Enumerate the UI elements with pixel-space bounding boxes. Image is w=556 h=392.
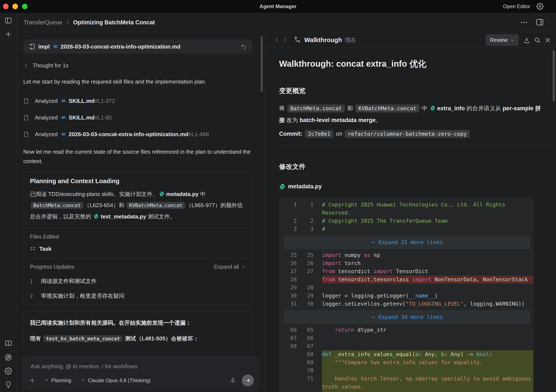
modified-file-row[interactable]: metadata.py: [279, 183, 546, 190]
analyzed-line-range: #L1-468: [188, 131, 209, 138]
impl-plan-chip[interactable]: impl M↓ 2026-03-03-concat-extra-info-opt…: [23, 39, 252, 54]
old-line-number: 27: [279, 267, 297, 275]
bold-text-segment: Commit:: [279, 131, 304, 137]
chat-input-placeholder[interactable]: Ask anything, @ to mention, / for workfl…: [31, 363, 223, 370]
chat-scrollbar[interactable]: [261, 36, 263, 92]
new-line-number: 25: [297, 251, 313, 259]
chevron-up-icon: [81, 378, 85, 383]
progress-item[interactable]: 1阅读源文件和测试文件: [30, 277, 246, 285]
diff-context-line: 2525import numpy as np: [279, 251, 533, 259]
progress-item-text: 阅读源文件和测试文件: [41, 277, 97, 285]
old-line-number: 30: [279, 292, 297, 300]
python-file-icon: [279, 183, 286, 190]
text-segment: 中: [420, 105, 429, 112]
chevron-up-icon: [44, 378, 49, 383]
file-icon: [23, 98, 29, 104]
analyzed-line-range: #L1-372: [95, 98, 115, 104]
walkthrough-panel: Walkthrough 现在 Review Walkthrough: conca…: [265, 32, 556, 392]
open-editor-button[interactable]: Open Editor: [503, 0, 530, 13]
inline-code-chip[interactable]: test_kv_batch_meta_concat: [43, 335, 123, 342]
analyzed-line-range: #L1-85: [95, 114, 112, 121]
microphone-icon[interactable]: [230, 377, 236, 384]
planning-card: Planning and Context Loading 已阅读 TDD/exe…: [23, 172, 252, 306]
analyzed-file-row[interactable]: AnalyzedM↓2026-03-03-concat-extra-info-o…: [23, 130, 252, 139]
new-line-number: 28: [297, 284, 313, 292]
docs-book-icon[interactable]: [5, 339, 12, 347]
thought-disclosure[interactable]: Thought for 1s: [23, 62, 252, 69]
analyzed-action: Analyzed: [35, 98, 58, 104]
breadcrumb-project[interactable]: TransferQueue: [24, 19, 62, 26]
expand-all-button[interactable]: Expand all: [214, 264, 246, 270]
thought-label: Thought for 1s: [33, 62, 69, 69]
search-icon[interactable]: [534, 37, 541, 44]
diff-code-text: """Compare two extra_info values for equ…: [322, 358, 533, 367]
close-icon[interactable]: [544, 37, 551, 44]
model-label: Claude Opus 4.6 (Thinking): [88, 377, 150, 384]
model-selector[interactable]: Claude Opus 4.6 (Thinking): [81, 377, 150, 384]
walkthrough-timestamp: 现在: [345, 32, 356, 48]
breadcrumb-separator: /: [67, 19, 69, 26]
ellipsis-icon: ⋯: [371, 314, 375, 320]
analyzed-file-row[interactable]: AnalyzedM↓SKILL.md#L1-372: [23, 96, 252, 106]
old-line-number: 26: [279, 259, 297, 267]
inline-code-chip[interactable]: BatchMeta.concat: [31, 202, 83, 209]
diff-context-line: 6665 return dtype_str: [279, 326, 533, 334]
assistant-context-text: Now let me read the current state of the…: [23, 147, 252, 166]
analyzed-file-row[interactable]: AnalyzedM↓SKILL.md#L1-85: [23, 113, 252, 122]
diff-code-text: return dtype_str: [322, 326, 533, 334]
nav-forward-icon[interactable]: [282, 37, 288, 43]
nav-back-icon[interactable]: [274, 37, 280, 43]
undo-icon[interactable]: [240, 43, 247, 50]
inline-code-chip[interactable]: 2c7e8e1: [305, 130, 333, 138]
sidebar-toggle-icon[interactable]: [5, 17, 12, 24]
python-file-reference[interactable]: metadata.py: [158, 191, 199, 197]
attach-plus-icon[interactable]: [29, 377, 35, 384]
python-file-reference[interactable]: test_metadata.py: [93, 213, 146, 220]
diff-code-text: # Copyright 2025 Huawei Technologies Co.…: [322, 201, 533, 217]
scroll-document-icon: [29, 43, 35, 50]
files-edited-label: Files Edited: [30, 233, 246, 240]
old-line-number: 68: [279, 342, 297, 350]
settings-gear-icon[interactable]: [536, 3, 544, 10]
expand-lines-button[interactable]: ⋯Expand 34 more lines: [284, 310, 530, 324]
inline-code-chip[interactable]: KVBatchMeta.concat: [127, 202, 185, 209]
new-line-number: 65: [297, 326, 313, 334]
composer[interactable]: Ask anything, @ to mention, / for workfl…: [23, 357, 259, 390]
expand-lines-button[interactable]: ⋯Expand 21 more lines: [284, 235, 530, 249]
analyzed-action: Analyzed: [35, 114, 58, 121]
analyzed-action: Analyzed: [35, 131, 58, 138]
old-line-number: 2: [279, 217, 297, 225]
settings-gear-icon-rail[interactable]: [5, 367, 12, 375]
more-options-icon[interactable]: [520, 18, 528, 26]
download-icon[interactable]: [523, 37, 530, 44]
workspace: TransferQueue / Optimizing BatchMeta Con…: [0, 13, 556, 392]
new-chat-plus-icon[interactable]: [5, 30, 12, 38]
analyzed-file-name: 2026-03-03-concat-extra-info-optimizatio…: [69, 131, 188, 138]
text-segment: 测试（L481-505）会被破坏：: [123, 335, 199, 342]
diff-context-line: 3130logger.setLevel(os.getenv("TQ_LOGGIN…: [279, 300, 533, 308]
text-segment: 中: [199, 191, 206, 197]
planning-card-title: Planning and Context Loading: [30, 178, 246, 185]
browser-chrome-icon[interactable]: [5, 353, 12, 361]
walkthrough-h1: Walkthrough: concat extra_info 优化: [279, 58, 546, 70]
review-button[interactable]: Review: [486, 34, 519, 46]
inline-code-chip[interactable]: BatchMeta.concat: [287, 104, 345, 112]
analyzed-file-name: SKILL.md: [69, 114, 94, 121]
walkthrough-scrollbar[interactable]: [553, 50, 555, 102]
rail-divider: [0, 334, 17, 334]
old-line-number: [279, 375, 297, 391]
toggle-right-panel-icon[interactable]: [535, 18, 544, 26]
inline-code-chip[interactable]: KVBatchMeta.concat: [355, 104, 419, 112]
inline-code-chip[interactable]: refactor/columnar-batchmeta-zero-copy: [345, 130, 470, 138]
hints-lightbulb-icon[interactable]: [5, 381, 12, 389]
diff-context-line: 2727from tensordict import TensorDict: [279, 267, 533, 275]
task-row[interactable]: Task: [30, 246, 246, 252]
progress-updates-label: Progress Updates: [30, 264, 74, 270]
mode-selector[interactable]: Planning: [44, 377, 71, 384]
python-file-reference[interactable]: extra_info: [429, 105, 465, 112]
new-line-number: 29: [297, 292, 313, 300]
progress-item[interactable]: 2审视实施计划，检查是否存在疑问: [30, 292, 246, 300]
new-line-number: 27: [297, 267, 313, 275]
send-button[interactable]: [242, 375, 254, 386]
chevron-right-icon: [23, 63, 28, 68]
